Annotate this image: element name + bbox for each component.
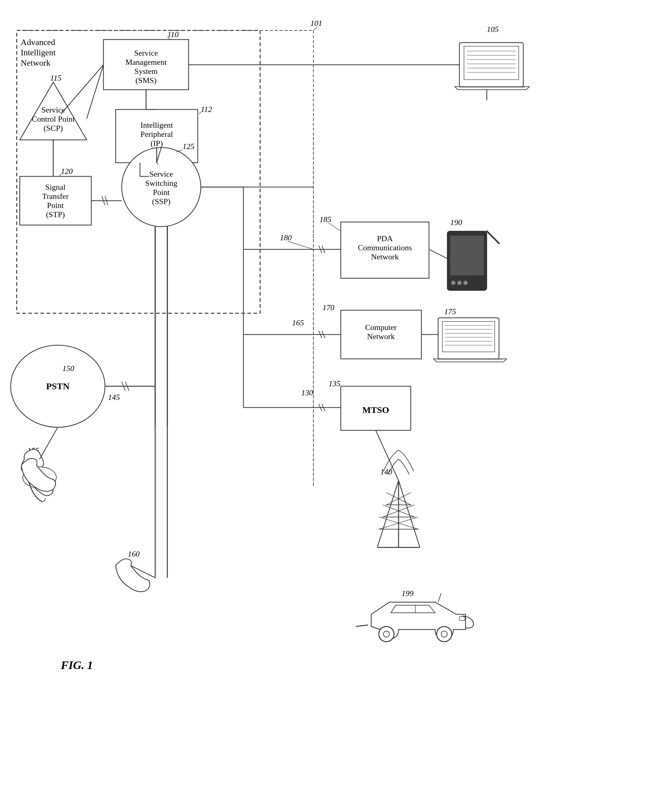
diagram-container: [12, 12, 640, 797]
